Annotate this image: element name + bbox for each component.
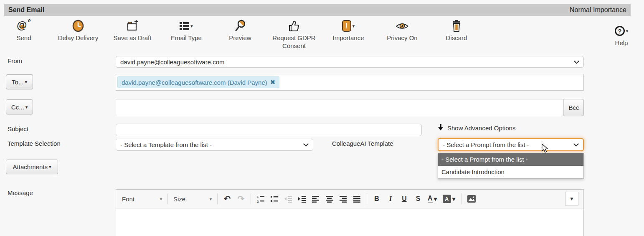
- request-gdpr-consent-button[interactable]: Request GDPR Consent: [267, 18, 321, 50]
- undo-icon[interactable]: ↶: [223, 193, 231, 204]
- size-select[interactable]: Size▾: [173, 195, 212, 203]
- increase-indent-icon[interactable]: [298, 193, 306, 204]
- attachments-button[interactable]: Attachments▾: [6, 160, 58, 174]
- send-email-window: Send Email Normal Importance @» Send Del…: [0, 0, 644, 236]
- importance-button[interactable]: !▾ Importance: [321, 18, 375, 42]
- message-editor: Font▾ Size▾ ↶ ↷ 12: [116, 189, 584, 236]
- message-body-input[interactable]: [116, 208, 583, 236]
- align-right-icon[interactable]: [339, 193, 347, 204]
- svg-text:1: 1: [257, 195, 259, 199]
- delay-delivery-button[interactable]: Delay Delivery: [51, 18, 105, 42]
- dropdown-option[interactable]: - Select a Prompt from the list -: [438, 153, 583, 166]
- to-recipient-chip[interactable]: david.payne@colleaguesoftware.com (David…: [117, 76, 279, 88]
- bcc-button[interactable]: Bcc: [564, 99, 584, 116]
- privacy-on-button[interactable]: Privacy On: [375, 18, 429, 42]
- cc-input[interactable]: [116, 99, 564, 116]
- justify-icon[interactable]: [353, 193, 361, 204]
- arrow-down-icon: [438, 124, 444, 132]
- align-left-icon[interactable]: [312, 193, 320, 204]
- decrease-indent-icon[interactable]: [284, 193, 292, 204]
- dropdown-option[interactable]: Candidate Introduction: [438, 166, 583, 178]
- underline-icon[interactable]: U: [400, 193, 408, 204]
- exclamation-icon: !▾: [321, 18, 375, 33]
- template-select[interactable]: - Select a Template from the list -: [116, 139, 313, 151]
- insert-image-icon[interactable]: [467, 193, 476, 204]
- svg-text:2: 2: [257, 200, 259, 203]
- magnifier-icon: [213, 18, 267, 33]
- mouse-cursor: [541, 143, 548, 155]
- chevron-down-icon: [573, 141, 579, 148]
- ai-prompt-select[interactable]: - Select a Prompt from the list -: [438, 138, 584, 151]
- importance-status: Normal Importance: [570, 6, 626, 14]
- chevron-down-icon: [303, 141, 309, 148]
- align-center-icon[interactable]: [325, 193, 334, 204]
- template-selection-label: Template Selection: [8, 140, 61, 147]
- from-select[interactable]: david.payne@colleaguesoftware.com: [116, 56, 584, 68]
- font-select[interactable]: Font▾: [122, 195, 162, 203]
- ai-prompt-dropdown: - Select a Prompt from the list - Candid…: [438, 153, 584, 179]
- chevron-down-icon: [574, 58, 579, 66]
- bullet-list-icon[interactable]: [270, 193, 279, 204]
- from-label: From: [8, 57, 22, 64]
- eye-icon: [375, 18, 429, 33]
- numbered-list-icon[interactable]: 12: [256, 193, 265, 204]
- editor-toolbar: Font▾ Size▾ ↶ ↷ 12: [116, 190, 583, 208]
- cc-button[interactable]: Cc...▾: [6, 99, 33, 114]
- trash-icon: [429, 18, 484, 33]
- subject-label: Subject: [8, 125, 28, 132]
- message-label: Message: [8, 189, 33, 196]
- send-button[interactable]: @» Send: [0, 18, 51, 42]
- italic-icon[interactable]: I: [386, 193, 395, 204]
- send-at-icon: @»: [0, 18, 51, 33]
- draft-box-icon: [105, 18, 160, 33]
- save-as-draft-button[interactable]: Save as Draft: [105, 18, 160, 42]
- thumbs-up-icon: [267, 18, 321, 33]
- redo-icon[interactable]: ↷: [237, 193, 245, 204]
- bold-icon[interactable]: B: [373, 193, 381, 204]
- email-type-button[interactable]: ▾ Email Type: [159, 18, 213, 42]
- text-color-icon[interactable]: A▾: [428, 193, 437, 204]
- colleagueai-template-label: ColleagueAI Template: [332, 140, 393, 147]
- help-button[interactable]: ?▾ Help: [596, 23, 644, 47]
- help-icon: ?▾: [596, 23, 644, 38]
- list-icon: ▾: [159, 18, 213, 33]
- preview-button[interactable]: Preview: [213, 18, 267, 42]
- background-color-icon[interactable]: A▾: [443, 193, 456, 204]
- subject-input[interactable]: [116, 124, 422, 136]
- toolbar-collapse-button[interactable]: ▼: [565, 192, 578, 206]
- clock-icon: [51, 18, 105, 33]
- remove-recipient-icon[interactable]: ✖: [270, 79, 276, 86]
- strikethrough-icon[interactable]: S: [414, 193, 422, 204]
- window-titlebar: Send Email Normal Importance: [4, 4, 631, 16]
- page-title: Send Email: [8, 6, 44, 14]
- show-advanced-options-toggle[interactable]: Show Advanced Options: [438, 124, 515, 132]
- to-button[interactable]: To...▾: [6, 74, 33, 89]
- discard-button[interactable]: Discard: [429, 18, 484, 42]
